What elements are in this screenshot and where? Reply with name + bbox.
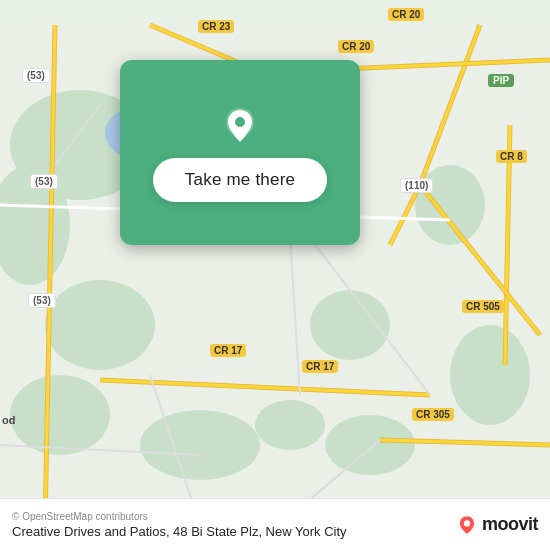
road-label-53-mid: (53)	[30, 174, 58, 189]
location-pin-icon	[218, 104, 262, 148]
road-label-cr23: CR 23	[198, 20, 234, 33]
svg-point-6	[325, 415, 415, 475]
road-label-110: (110)	[400, 178, 433, 193]
take-me-there-button[interactable]: Take me there	[153, 158, 327, 202]
bottom-info: © OpenStreetMap contributors Creative Dr…	[12, 511, 347, 539]
svg-point-3	[45, 280, 155, 370]
svg-point-9	[310, 290, 390, 360]
road-label-cr505: CR 505	[462, 300, 504, 313]
road-label-cr20-top: CR 20	[388, 8, 424, 21]
copyright-text: © OpenStreetMap contributors	[12, 511, 347, 522]
road-label-cr17-left: CR 17	[210, 344, 246, 357]
address-text: Creative Drives and Patios, 48 Bi State …	[12, 524, 347, 539]
moovit-pin-icon	[456, 514, 478, 536]
road-label-53-top: (53)	[22, 68, 50, 83]
road-label-cr305: CR 305	[412, 408, 454, 421]
road-label-53-low: (53)	[28, 293, 56, 308]
svg-point-40	[464, 520, 470, 526]
svg-point-39	[235, 117, 245, 127]
svg-point-10	[255, 400, 325, 450]
svg-point-7	[450, 325, 530, 425]
popup-overlay: Take me there	[120, 60, 360, 245]
road-label-cr20-mid: CR 20	[338, 40, 374, 53]
road-label-od: od	[2, 414, 15, 426]
moovit-logo: moovit	[456, 514, 538, 536]
road-label-pip: PIP	[488, 74, 514, 87]
map-container: CR 20 CR 23 CR 20 (53) PIP (53) (110) CR…	[0, 0, 550, 550]
svg-point-5	[140, 410, 260, 480]
moovit-text: moovit	[482, 514, 538, 535]
bottom-bar: © OpenStreetMap contributors Creative Dr…	[0, 498, 550, 550]
road-label-cr17-right: CR 17	[302, 360, 338, 373]
road-label-cr8: CR 8	[496, 150, 527, 163]
svg-point-4	[10, 375, 110, 455]
